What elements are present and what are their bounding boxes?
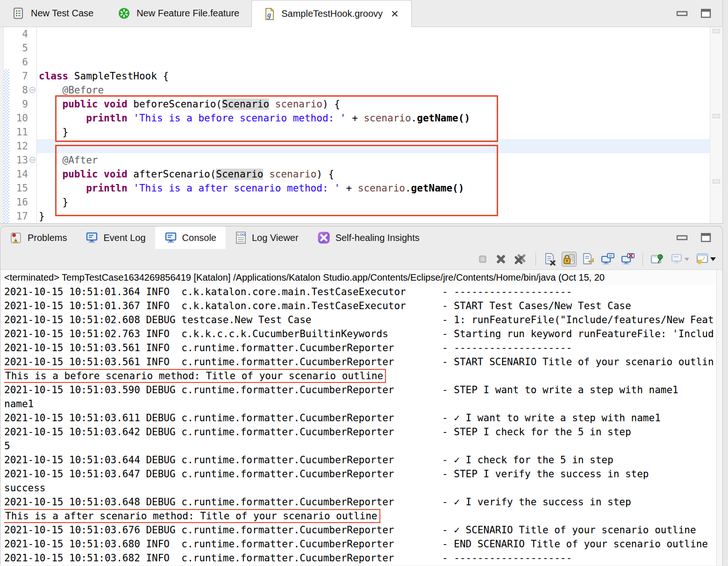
line-number: 7: [9, 69, 29, 83]
self-healing-icon: [317, 231, 330, 244]
ruler-marker[interactable]: [713, 29, 720, 33]
tab-problems[interactable]: Problems: [0, 226, 76, 249]
line-number: 17: [9, 209, 29, 223]
code-line-6: 6: [0, 55, 722, 69]
line-number: 8: [9, 83, 29, 97]
remove-all-terminated-button[interactable]: [512, 252, 529, 266]
tab-log-viewer[interactable]: LOG Log Viewer: [226, 226, 308, 249]
log-line: 2021-10-15 10:51:03.590 DEBUG c.runtime.…: [4, 383, 722, 397]
log-line: 2021-10-15 10:51:03.648 DEBUG c.runtime.…: [4, 495, 722, 509]
close-tab-icon[interactable]: ✕: [391, 8, 399, 20]
code-line-12: 12: [0, 139, 722, 153]
line-number: 4: [9, 27, 29, 41]
ruler-marker[interactable]: [713, 114, 720, 118]
code-line-13: 13 @After: [0, 153, 722, 167]
dropdown-arrow-icon: [685, 258, 689, 261]
log-line: 2021-10-15 10:51:03.682 INFO c.runtime.f…: [4, 551, 722, 565]
terminate-button[interactable]: [476, 252, 490, 266]
code-line-17: 17}: [0, 209, 722, 223]
maximize-icon[interactable]: [701, 233, 711, 242]
tab-event-log[interactable]: Event Log: [76, 226, 155, 249]
show-stdout-button[interactable]: [600, 252, 616, 267]
log-line: 2021-10-15 10:51:02.608 DEBUG testcase.N…: [4, 313, 722, 327]
console-toolbar: [0, 249, 722, 269]
log-line: 2021-10-15 10:51:02.763 INFO c.k.k.c.c.k…: [4, 327, 722, 341]
event-log-icon: [86, 232, 98, 244]
line-number: 11: [9, 125, 29, 139]
tab-label: Event Log: [103, 233, 145, 243]
tab-sampletesthook-groovy[interactable]: g SampleTestHook.groovy ✕: [251, 0, 411, 27]
tab-label: New Feature File.feature: [136, 8, 239, 19]
svg-text:LOG: LOG: [237, 233, 245, 237]
stdout-highlight-box: This is a before scenario method: Title …: [4, 369, 386, 383]
console-process-title: <terminated> TempTestCase1634269856419 […: [0, 270, 722, 285]
log-line: This is a before scenario method: Title …: [4, 369, 722, 383]
line-number: 6: [9, 55, 29, 69]
tab-new-feature-file[interactable]: New Feature File.feature: [106, 0, 251, 27]
toolbar-separator: [535, 253, 536, 266]
clear-console-button[interactable]: [542, 252, 557, 267]
code-line-9: 9 public void beforeScenario(Scenario sc…: [0, 97, 722, 111]
log-line: name1: [4, 397, 722, 411]
maximize-icon[interactable]: [701, 9, 711, 18]
problems-icon: [10, 232, 22, 244]
log-line: 2021-10-15 10:51:03.676 DEBUG c.runtime.…: [4, 523, 722, 537]
console-log: 2021-10-15 10:51:01.364 INFO c.k.katalon…: [0, 285, 722, 565]
ruler-marker[interactable]: [713, 179, 720, 184]
console-icon: [164, 232, 177, 244]
line-number: 12: [9, 139, 29, 153]
line-number: 9: [9, 97, 29, 111]
code-editor[interactable]: 4567class SampleTestHook {8 @Before9 pub…: [0, 27, 722, 223]
log-line: 2021-10-15 10:51:01.367 INFO c.k.katalon…: [4, 299, 722, 313]
console-panel: Problems Event Log: [0, 226, 723, 566]
log-line: 5: [4, 439, 722, 453]
console-vertical-scrollbar[interactable]: [716, 270, 722, 566]
pin-console-button[interactable]: [649, 252, 665, 267]
code-line-4: 4: [0, 27, 722, 41]
stdout-highlight-box: This is a after scenario method: Title o…: [4, 509, 380, 523]
line-number: 10: [9, 111, 29, 125]
code-line-15: 15 println 'This is a after scenario met…: [0, 181, 722, 195]
console-output-area[interactable]: <terminated> TempTestCase1634269856419 […: [0, 269, 722, 566]
test-case-icon: [12, 7, 25, 20]
toolbar-separator: [642, 253, 643, 266]
groovy-icon: g: [264, 7, 275, 21]
minimize-icon[interactable]: [677, 235, 688, 241]
display-selected-console-button[interactable]: [670, 252, 690, 267]
scroll-lock-button[interactable]: [562, 252, 577, 267]
fold-collapse-icon[interactable]: [29, 157, 36, 163]
tab-new-test-case[interactable]: New Test Case: [0, 0, 106, 27]
tab-label: Self-healing Insights: [335, 233, 420, 243]
code-line-8: 8 @Before: [0, 83, 722, 97]
tab-self-healing-insights[interactable]: Self-healing Insights: [308, 226, 429, 249]
cucumber-icon: [118, 7, 130, 20]
svg-text:g: g: [267, 11, 271, 19]
tab-console[interactable]: Console: [155, 226, 226, 249]
remove-launch-button[interactable]: [494, 252, 508, 266]
editor-panel: New Test Case New Feature File.feature: [0, 0, 723, 224]
log-line: 2021-10-15 10:51:03.611 DEBUG c.runtime.…: [4, 411, 722, 425]
show-stderr-button[interactable]: [620, 252, 636, 267]
log-line: 2021-10-15 10:51:03.644 DEBUG c.runtime.…: [4, 453, 722, 467]
fold-collapse-icon[interactable]: [29, 87, 36, 93]
word-wrap-button[interactable]: [581, 252, 596, 267]
code-line-16: 16 }: [0, 195, 722, 209]
tab-label: Console: [182, 233, 216, 243]
editor-tab-bar: New Test Case New Feature File.feature: [0, 0, 722, 27]
open-console-button[interactable]: [694, 252, 717, 267]
code-line-10: 10 println 'This is a before scenario me…: [0, 111, 722, 125]
line-number: 15: [9, 181, 29, 195]
tab-label: Problems: [28, 233, 67, 243]
line-number: 16: [9, 195, 29, 209]
code-line-14: 14 public void afterScenario(Scenario sc…: [0, 167, 722, 181]
log-line: 2021-10-15 10:51:03.680 INFO c.runtime.f…: [4, 537, 722, 551]
tab-label: Log Viewer: [252, 233, 299, 243]
log-line: This is a after scenario method: Title o…: [4, 509, 722, 523]
overview-ruler[interactable]: [710, 27, 722, 223]
log-line: success: [4, 481, 722, 495]
log-line: 2021-10-15 10:51:03.561 INFO c.runtime.f…: [4, 341, 722, 355]
log-line: 2021-10-15 10:51:03.642 DEBUG c.runtime.…: [4, 425, 722, 439]
minimize-icon[interactable]: [677, 11, 688, 16]
code-line-7: 7class SampleTestHook {: [0, 69, 722, 83]
log-viewer-icon: LOG: [235, 231, 247, 244]
